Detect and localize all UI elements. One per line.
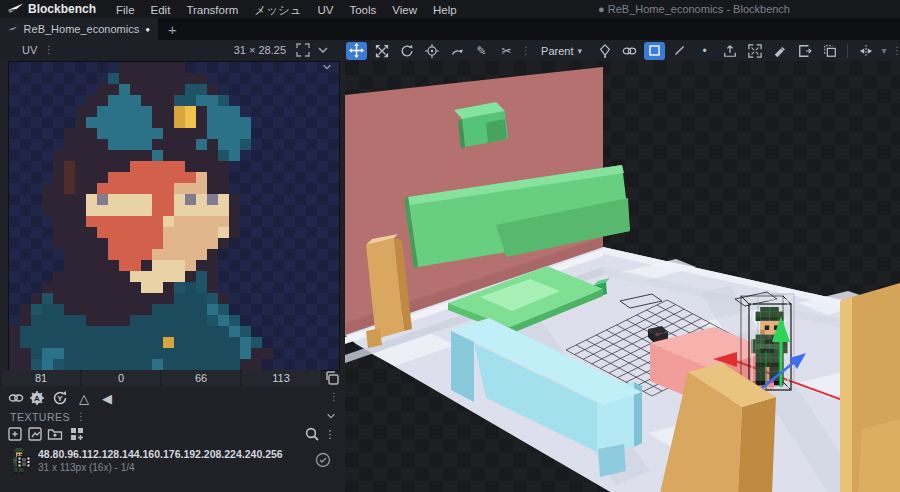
line-tool-icon[interactable] bbox=[669, 42, 690, 60]
vertex-snap-icon[interactable] bbox=[594, 42, 615, 60]
move-tool-icon[interactable] bbox=[346, 42, 367, 60]
uv-modifier-row: A Y △ ◀ bbox=[0, 390, 345, 408]
toolbar-overflow-icon[interactable]: ⋮ bbox=[892, 45, 900, 56]
blockbench-app: Blockbench FileEditTransformメッシュUVToolsV… bbox=[0, 0, 900, 492]
export-icon[interactable] bbox=[719, 42, 740, 60]
menubar: Blockbench FileEditTransformメッシュUVToolsV… bbox=[0, 0, 900, 18]
texture-meta: 31 x 113px (16x) - 1/4 bbox=[38, 462, 135, 473]
auto-uv-icon[interactable]: A bbox=[29, 390, 45, 406]
resize-tool-icon[interactable] bbox=[371, 42, 392, 60]
uv-canvas-chevron-icon[interactable] bbox=[321, 62, 333, 72]
tab-unsaved-dot: ● bbox=[145, 25, 150, 34]
tab-project[interactable]: ReB_Home_economics ● bbox=[0, 18, 158, 40]
main-toolbar: ✎ ✂ ⋮ Parent ▾ • bbox=[338, 40, 900, 61]
append-textures-icon[interactable] bbox=[68, 426, 86, 442]
menu-item-file[interactable]: File bbox=[116, 4, 135, 16]
texture-list-item[interactable]: 48.80.96.112.128.144.160.176.192.208.224… bbox=[0, 447, 345, 481]
textures-title: TEXTURES bbox=[10, 411, 70, 423]
texture-thumbnail bbox=[6, 447, 32, 477]
pillar-right-mesh[interactable] bbox=[840, 283, 900, 492]
textures-toolbar: ⋮ bbox=[0, 425, 345, 445]
uv-collapse-chevron-icon[interactable] bbox=[316, 43, 330, 57]
tool-row: UV ⋮ 31 × 28.25 bbox=[0, 40, 900, 61]
tab-project-icon bbox=[8, 25, 18, 34]
menu-item-edit[interactable]: Edit bbox=[151, 4, 171, 16]
scissors-tool-icon[interactable]: ✂ bbox=[496, 42, 517, 60]
viewport-3d[interactable] bbox=[345, 61, 900, 492]
window-title: ● ReB_Home_economics - Blockbench bbox=[598, 3, 790, 15]
rotate-tool-icon[interactable] bbox=[396, 42, 417, 60]
mirror-icon[interactable] bbox=[855, 42, 876, 60]
uv-panel-title: UV bbox=[22, 44, 37, 56]
pencil-tool-icon[interactable]: ✎ bbox=[471, 42, 492, 60]
knife-tool-icon[interactable] bbox=[769, 42, 790, 60]
toolbar-divider bbox=[847, 44, 848, 58]
textures-menu-icon[interactable]: ⋮ bbox=[76, 411, 86, 422]
uv-fullscreen-icon[interactable] bbox=[296, 43, 310, 57]
uv-canvas[interactable] bbox=[8, 61, 340, 371]
textures-collapse-chevron-icon[interactable] bbox=[325, 411, 337, 421]
uv-x-field[interactable]: 81 bbox=[2, 370, 80, 386]
rotate-uv-icon[interactable]: Y bbox=[52, 390, 68, 406]
texture-name: 48.80.96.112.128.144.160.176.192.208.224… bbox=[38, 448, 283, 460]
tab-bar: ReB_Home_economics ● + bbox=[0, 18, 900, 40]
texture-check-icon[interactable] bbox=[315, 452, 331, 468]
uv-size-label: 31 × 28.25 bbox=[234, 44, 286, 56]
uv-width-field[interactable]: 66 bbox=[162, 370, 240, 386]
uv-play-left-icon[interactable]: ◀ bbox=[99, 390, 115, 406]
textures-overflow-icon[interactable]: ⋮ bbox=[321, 426, 339, 442]
search-icon[interactable] bbox=[303, 426, 321, 442]
menu-items: FileEditTransformメッシュUVToolsViewHelp bbox=[108, 0, 465, 18]
uv-panel: 81 0 66 113 A Y △ ◀ bbox=[0, 61, 345, 492]
parent-snap-dropdown[interactable]: Parent ▾ bbox=[535, 44, 588, 58]
uv-height-field[interactable]: 113 bbox=[242, 370, 320, 386]
blockbench-logo-icon bbox=[8, 3, 23, 15]
uv-panel-header: UV ⋮ 31 × 28.25 bbox=[0, 40, 338, 61]
create-texture-icon[interactable] bbox=[26, 426, 44, 442]
menu-item-uv[interactable]: UV bbox=[317, 4, 333, 16]
toolbar-dots-icon[interactable]: ⋮ bbox=[521, 45, 529, 56]
menu-item-idx3[interactable]: メッシュ bbox=[254, 4, 301, 16]
textures-header: TEXTURES ⋮ bbox=[0, 408, 345, 425]
dot-tool-icon[interactable]: • bbox=[694, 42, 715, 60]
uv-modifier-overflow-icon[interactable]: ⋮ bbox=[329, 391, 339, 402]
copy-uv-icon[interactable] bbox=[324, 370, 340, 386]
svg-text:Y: Y bbox=[57, 394, 63, 403]
parent-dropdown-caret-icon: ▾ bbox=[577, 46, 582, 56]
uv-value-fields: 81 0 66 113 bbox=[0, 370, 345, 387]
scene-svg bbox=[345, 61, 900, 492]
menu-item-help[interactable]: Help bbox=[433, 4, 457, 16]
import-texture-icon[interactable] bbox=[6, 426, 24, 442]
uv-triangle-icon[interactable]: △ bbox=[76, 390, 92, 406]
uv-y-field[interactable]: 0 bbox=[82, 370, 160, 386]
mirror-caret-icon[interactable]: ▾ bbox=[880, 45, 888, 56]
center-view-icon[interactable] bbox=[744, 42, 765, 60]
app-brand: Blockbench bbox=[28, 2, 96, 16]
link-uv-icon[interactable] bbox=[619, 42, 640, 60]
folder-open-icon[interactable] bbox=[46, 426, 64, 442]
pivot-tool-icon[interactable] bbox=[421, 42, 442, 60]
parent-dropdown-label: Parent bbox=[541, 45, 573, 57]
mirror-uv-icon[interactable] bbox=[8, 390, 24, 406]
tab-project-label: ReB_Home_economics bbox=[24, 23, 140, 35]
uv-panel-menu-icon[interactable]: ⋮ bbox=[44, 44, 54, 55]
rect-select-icon[interactable] bbox=[644, 42, 665, 60]
flip-tool-icon[interactable] bbox=[446, 42, 467, 60]
clone-icon[interactable] bbox=[819, 42, 840, 60]
menu-item-transform[interactable]: Transform bbox=[186, 4, 238, 16]
menu-item-view[interactable]: View bbox=[392, 4, 417, 16]
new-tab-button[interactable]: + bbox=[168, 21, 177, 38]
marquee-frame-icon[interactable] bbox=[794, 42, 815, 60]
svg-text:A: A bbox=[34, 394, 40, 403]
menu-item-tools[interactable]: Tools bbox=[349, 4, 376, 16]
